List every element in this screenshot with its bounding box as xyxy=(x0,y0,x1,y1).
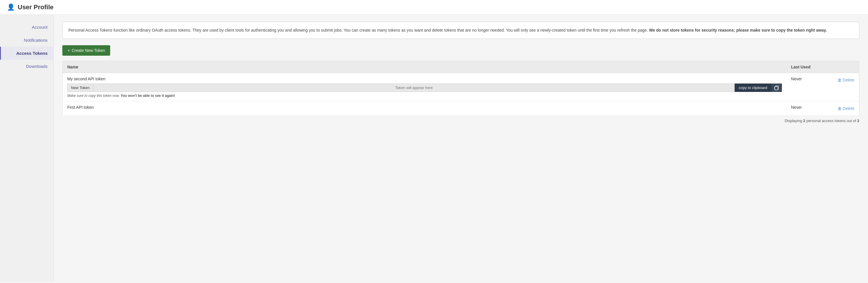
copy-label: copy to clipboard xyxy=(739,86,767,90)
svg-rect-3 xyxy=(775,87,778,90)
tokens-table: Name Last Used My second API token New T… xyxy=(62,61,859,116)
footer-mid: personal access tokens out of xyxy=(805,119,857,123)
info-text-bold: We do not store tokens for security reas… xyxy=(649,28,827,32)
last-used-value: Never xyxy=(791,105,802,109)
token-input-row: New Token copy to clipboard xyxy=(67,84,782,92)
new-token-label: New Token xyxy=(67,84,93,92)
actions-column-header xyxy=(833,61,859,73)
delete-token-button-2[interactable]: 🗑 Delete xyxy=(838,105,855,112)
clipboard-icon xyxy=(774,86,779,90)
delete-label-2: Delete xyxy=(843,106,855,111)
trash-icon-2: 🗑 xyxy=(838,106,842,111)
name-column-header: Name xyxy=(63,61,786,73)
sidebar-item-account[interactable]: Account xyxy=(0,21,53,34)
token-warning-bold: You won't be able to see it again! xyxy=(121,94,175,98)
token-name-td: My second API token New Token copy to cl… xyxy=(63,73,786,101)
footer-count1: 2 xyxy=(803,119,805,123)
token-name: My second API token xyxy=(67,76,782,81)
actions-td: 🗑 Delete xyxy=(833,101,859,116)
sidebar: Account Notifications Access Tokens Down… xyxy=(0,15,54,282)
actions-td: 🗑 Delete xyxy=(833,73,859,101)
last-used-value: Never xyxy=(791,76,802,81)
token-name-td: First API token xyxy=(63,101,786,116)
trash-icon: 🗑 xyxy=(838,78,842,82)
last-used-column-header: Last Used xyxy=(786,61,833,73)
page-title: User Profile xyxy=(18,3,54,11)
delete-label: Delete xyxy=(843,78,855,82)
last-used-td: Never xyxy=(786,101,833,116)
last-used-td: Never xyxy=(786,73,833,101)
user-icon: 👤 xyxy=(7,3,15,11)
table-row: First API token Never 🗑 Delete xyxy=(63,101,859,116)
sidebar-item-downloads[interactable]: Downloads xyxy=(0,60,53,73)
plus-icon: + xyxy=(67,48,70,53)
token-warning: Make sure to copy this token now. You wo… xyxy=(67,94,782,98)
create-new-token-button[interactable]: + Create New Token xyxy=(62,45,110,56)
copy-to-clipboard-button[interactable]: copy to clipboard xyxy=(735,84,771,92)
table-row: My second API token New Token copy to cl… xyxy=(63,73,859,101)
footer-pre: Displaying xyxy=(785,119,803,123)
token-name: First API token xyxy=(67,105,782,109)
footer-text: Displaying 2 personal access tokens out … xyxy=(62,119,859,123)
page-header: 👤 User Profile xyxy=(0,0,868,15)
sidebar-item-notifications[interactable]: Notifications xyxy=(0,34,53,47)
info-box: Personal Access Tokens function like ord… xyxy=(62,22,859,39)
footer-count2: 2 xyxy=(857,119,859,123)
sidebar-item-access-tokens[interactable]: Access Tokens xyxy=(0,47,53,60)
copy-icon-button[interactable] xyxy=(771,84,782,92)
info-text-normal: Personal Access Tokens function like ord… xyxy=(68,28,649,32)
main-content: Personal Access Tokens function like ord… xyxy=(54,15,868,282)
delete-token-button[interactable]: 🗑 Delete xyxy=(838,76,855,84)
create-button-label: Create New Token xyxy=(72,48,105,53)
token-value-input[interactable] xyxy=(93,84,735,92)
